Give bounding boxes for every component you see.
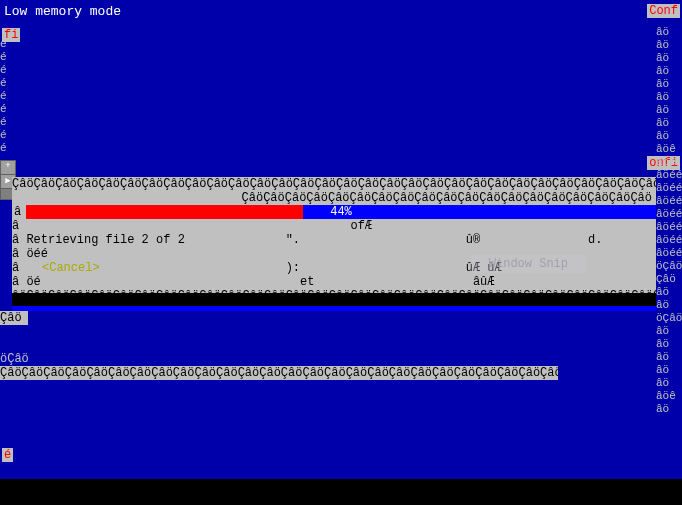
blue-strip: [12, 306, 656, 311]
lower-frag1: öÇâö: [0, 352, 29, 366]
e-label: é: [2, 448, 13, 462]
dialog-border-left: â: [12, 205, 26, 219]
progress-dialog: ÇâöÇâöÇâöÇâöÇâöÇâöÇâöÇâöÇâöÇâöÇâöÇâöÇâöÇ…: [12, 177, 656, 303]
right-border-glyphs: âöâöâö âöâöâö âöâöâö âöêâöêâöéé âöééâöéé…: [656, 26, 682, 416]
progress-row: â 44%: [12, 205, 656, 219]
dialog-line-et: â öé et âûÆ: [12, 275, 656, 289]
dialog-border-top2: ÇâöÇâöÇâöÇâöÇâöÇâöÇâöÇâöÇâöÇâöÇâöÇâöÇâöÇ…: [12, 191, 656, 205]
frag-cao: Çâö: [0, 311, 28, 325]
status-line-row: â Retrieving file 2 of 2 ". û® d.: [12, 233, 656, 247]
installer-screen: Low memory mode Conf fi onfi ééééééééé +…: [0, 0, 682, 505]
dialog-border-top: ÇâöÇâöÇâöÇâöÇâöÇâöÇâöÇâöÇâöÇâöÇâöÇâöÇâöÇ…: [12, 177, 656, 191]
progress-percent: 44%: [26, 205, 656, 219]
left-border-glyphs: ééééééééé: [0, 38, 12, 155]
progress-bar: 44%: [26, 205, 656, 219]
conf-label: Conf: [647, 4, 680, 18]
dialog-line-of: â ofÆ: [12, 219, 656, 233]
dialog-shadow: [12, 293, 656, 307]
window-snip-overlay[interactable]: Window Snip: [471, 255, 586, 273]
mode-title: Low memory mode: [4, 4, 121, 19]
snip-new-icon[interactable]: +: [1, 161, 15, 175]
lower-frag2: ÇâöÇâöÇâöÇâöÇâöÇâöÇâöÇâöÇâöÇâöÇâöÇâöÇâöÇ…: [0, 366, 558, 380]
bottom-black-bar: [0, 479, 682, 505]
status-text: â Retrieving file 2 of 2 ". û® d.: [12, 233, 656, 247]
